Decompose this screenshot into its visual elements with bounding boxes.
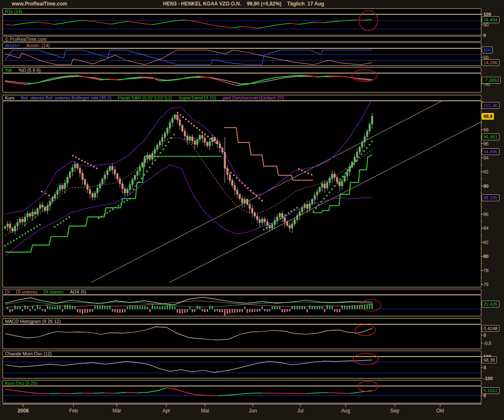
di-label-text: DI oberes: [44, 289, 64, 294]
di-label-text: DI unteres: [16, 289, 37, 294]
kurs-axis-tick: 90: [483, 183, 488, 189]
macd-panel-label: MACD Histogram (9 26 12): [3, 318, 481, 324]
osz-label-text: Kurs Osz (5 25): [5, 381, 37, 386]
rsi-axis-tick: 0: [483, 32, 486, 38]
di-value-box: 20,426: [482, 301, 499, 307]
kurs-value-box: 101,46: [482, 102, 499, 109]
di-label-text: DI: [5, 289, 10, 294]
stoch-panel-plot[interactable]: [3, 73, 481, 92]
kurs-value-box: 88,326: [482, 194, 499, 201]
chande-axis-tick: 0: [483, 365, 486, 370]
rsi-panel-plot[interactable]: [3, 14, 481, 35]
kurs-axis-tick: 86: [483, 211, 488, 217]
kurs-label-text: SuperTrend (3 10): [178, 95, 216, 100]
chart-title: HEN3 - HENKEL KGAA VZO O.N. 99,90 (+0,82…: [0, 1, 487, 7]
aroon-panel-plot[interactable]: [3, 48, 481, 66]
kurs-axis-tick: 92: [483, 169, 488, 175]
month-label-Jul: Jul: [297, 408, 303, 414]
kurs-panel-label: KursBol. oberes Bol. unteres Bollinger m…: [3, 95, 481, 101]
kurs-axis-tick: 78: [483, 268, 488, 273]
kurs-axis-tick: 84: [483, 225, 488, 231]
macd-axis-tick: -0,5: [483, 340, 491, 346]
month-label-Feb: Feb: [69, 408, 78, 414]
month-label-Mär: Mär: [113, 408, 121, 414]
month-label-Sep: Sep: [390, 408, 399, 414]
rsi-label-text: RSI (14): [5, 9, 22, 14]
chande-value-box: 68,38: [482, 357, 497, 363]
di-panel-label: DIDI unteresDI oberesADX (5): [3, 289, 481, 295]
chande-panel-plot[interactable]: [3, 357, 481, 378]
aroon-value-box: 14,286: [482, 59, 499, 66]
macd-label-text: MACD Histogram (9 26 12): [5, 319, 61, 324]
kurs-axis-tick: 80: [483, 253, 488, 259]
macd-panel-plot[interactable]: [3, 324, 481, 349]
kurs-label-text: Parab SAR (0,02 0,02 0,2): [118, 95, 172, 100]
aroon-panel-label: Aroon+Aroon- (14): [3, 42, 481, 48]
di-panel-plot[interactable]: [3, 295, 481, 316]
kurs-axis-tick: 96: [483, 141, 488, 147]
kurs-label-text: Bol. oberes Bol. unteres Bollinger mitt …: [21, 95, 112, 100]
month-label-Jun: Jun: [249, 408, 257, 414]
macd-axis-tick: 0: [483, 332, 486, 338]
stoch-panel-label: %K%D (5 8 6): [3, 67, 481, 73]
aroon-value-box: 100: [482, 47, 493, 53]
kurs-panel-plot[interactable]: [3, 101, 481, 287]
prorealtime-window: www.ProRealTime.com HEN3 - HENKEL KGAA V…: [0, 0, 504, 420]
kurs-value-box: 96,951: [482, 134, 499, 140]
aroon-label-text: Aroon+: [5, 43, 20, 48]
month-label-Okt: Okt: [436, 408, 444, 414]
month-label-Apr: Apr: [163, 408, 171, 414]
rsi-panel-label: RSI (14): [3, 8, 481, 14]
macd-value-box: 0,4248: [482, 325, 499, 332]
kurs-axis-tick: 76: [483, 281, 488, 287]
aroon-label-text: Aroon- (14): [26, 43, 50, 48]
month-label-2006: 2006: [18, 408, 29, 414]
kurs-label-text: Kurs: [5, 95, 15, 100]
osz-panel-label: Kurs Osz (5 25): [3, 380, 481, 386]
chande-panel-label: Chande Mom Osc (12): [3, 351, 481, 357]
month-label-Aug: Aug: [341, 408, 350, 414]
osz-panel-plot[interactable]: [3, 386, 481, 403]
month-label-Mai: Mai: [201, 408, 209, 414]
di-label-text: ADX (5): [70, 289, 86, 294]
kurs-value-box: 94,896: [482, 148, 499, 155]
stoch-value-box: -7,3893: [482, 77, 501, 84]
rsi-value-box: 74,404: [482, 16, 499, 23]
kurs-label-text: gleit Durchschnitt (Einfach 20): [223, 95, 284, 100]
header-bar: www.ProRealTime.com HEN3 - HENKEL KGAA V…: [0, 0, 504, 8]
kurs-value-box: 99,9: [482, 113, 494, 120]
kurs-axis-tick: 98: [483, 127, 488, 133]
stoch-label-text: %D (5 8 6): [18, 68, 41, 73]
chande-label-text: Chande Mom Osc (12): [5, 351, 52, 356]
osz-value-box: 5,1652: [482, 387, 499, 394]
copyright-label: © ProRealTime.com: [3, 36, 481, 42]
kurs-axis-tick: 94: [483, 155, 488, 161]
stoch-label-text: %K: [5, 68, 12, 73]
chande-axis-tick: -100: [483, 375, 493, 381]
kurs-axis-tick: 82: [483, 239, 488, 245]
